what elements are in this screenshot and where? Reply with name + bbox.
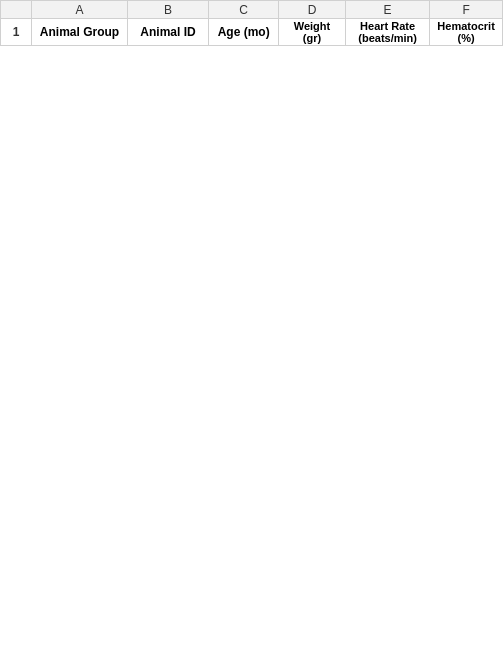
header-age: Age (mo) xyxy=(209,19,278,46)
col-e-header: E xyxy=(346,1,430,19)
data-header-row: 1 Animal Group Animal ID Age (mo) Weight… xyxy=(1,19,503,46)
header-animal-id: Animal ID xyxy=(127,19,209,46)
header-heart-rate: Heart Rate(beats/min) xyxy=(346,19,430,46)
header-weight: Weight(gr) xyxy=(278,19,345,46)
col-f-header: F xyxy=(430,1,503,19)
row-1-num: 1 xyxy=(1,19,32,46)
header-hematocrit: Hematocrit(%) xyxy=(430,19,503,46)
spreadsheet: A B C D E F 1 Animal Group Animal ID Age… xyxy=(0,0,503,46)
col-d-header: D xyxy=(278,1,345,19)
row-num-header xyxy=(1,1,32,19)
column-letters-row: A B C D E F xyxy=(1,1,503,19)
col-b-header: B xyxy=(127,1,209,19)
header-animal-group: Animal Group xyxy=(32,19,127,46)
col-a-header: A xyxy=(32,1,127,19)
col-c-header: C xyxy=(209,1,278,19)
